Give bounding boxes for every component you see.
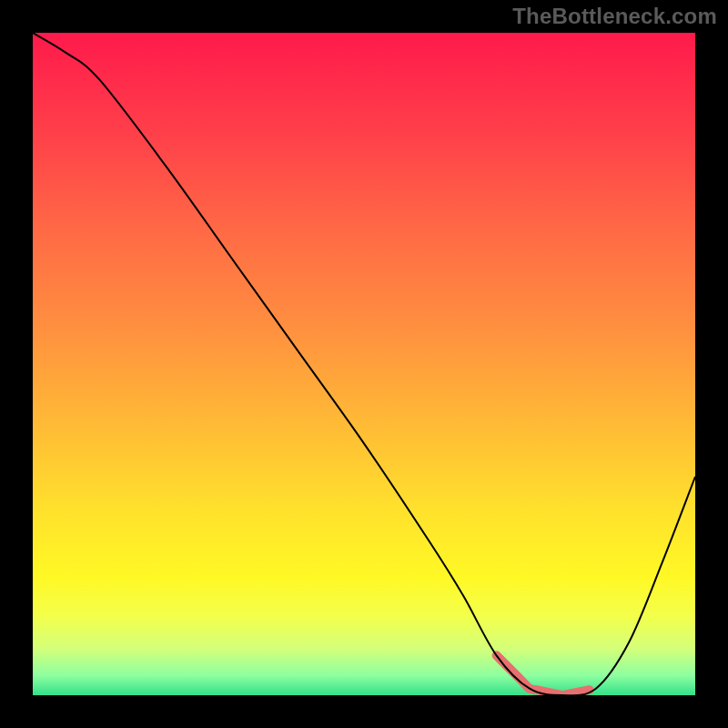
watermark-text: TheBottleneck.com [512, 4, 717, 29]
curve-layer [33, 33, 695, 695]
bottleneck-curve [33, 33, 695, 695]
optimal-range-accent [497, 655, 590, 695]
chart-frame: TheBottleneck.com [0, 0, 728, 728]
plot-area [33, 33, 695, 695]
